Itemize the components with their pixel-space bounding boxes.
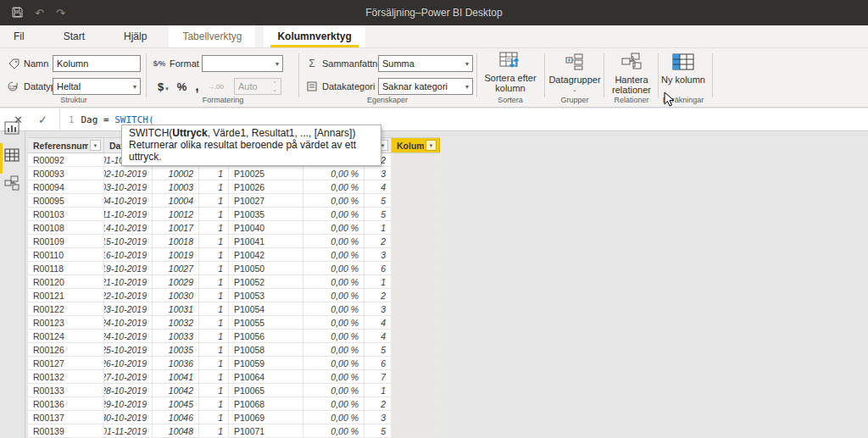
table-cell[interactable] xyxy=(392,302,440,315)
table-cell[interactable]: 19-10-2019 xyxy=(104,262,153,274)
table-cell[interactable]: 10017 xyxy=(153,221,199,234)
table-cell[interactable] xyxy=(392,194,440,207)
tab-start[interactable]: Start xyxy=(50,25,98,47)
table-cell[interactable]: 0,00 % xyxy=(303,370,364,383)
table-cell[interactable]: 10031 xyxy=(153,302,199,315)
tab-kolumnverktyg[interactable]: Kolumnverktyg xyxy=(264,25,364,47)
table-cell[interactable]: P10050 xyxy=(229,262,303,274)
table-cell[interactable]: 4 xyxy=(364,180,392,193)
table-cell[interactable]: 10042 xyxy=(153,384,199,396)
table-cell[interactable]: 0,00 % xyxy=(303,221,364,234)
table-cell[interactable]: 0,00 % xyxy=(303,289,364,302)
data-view-icon[interactable] xyxy=(4,148,21,165)
table-cell[interactable]: P10064 xyxy=(229,370,303,383)
table-cell[interactable]: 24-10-2019 xyxy=(104,316,153,329)
datacategory-select[interactable]: Saknar kategori▾ xyxy=(378,78,473,95)
table-cell[interactable]: 1 xyxy=(199,194,229,207)
table-cell[interactable] xyxy=(392,248,440,261)
table-cell[interactable]: 0,00 % xyxy=(303,194,364,207)
table-cell[interactable]: R00122 xyxy=(28,302,104,315)
tab-hjalp[interactable]: Hjälp xyxy=(110,25,160,47)
table-cell[interactable]: 1 xyxy=(199,180,229,193)
table-cell[interactable]: 10045 xyxy=(153,397,199,410)
table-cell[interactable]: P10071 xyxy=(229,424,303,437)
table-cell[interactable]: P10040 xyxy=(229,221,303,234)
table-cell[interactable]: 1 xyxy=(199,262,229,274)
table-cell[interactable]: P10026 xyxy=(229,180,303,193)
table-cell[interactable]: R00124 xyxy=(28,330,104,342)
table-cell[interactable]: P10041 xyxy=(229,235,303,247)
table-cell[interactable]: 1 xyxy=(199,275,229,288)
table-cell[interactable] xyxy=(392,357,440,369)
table-cell[interactable]: 1 xyxy=(199,289,229,302)
table-cell[interactable] xyxy=(392,208,440,220)
table-cell[interactable]: 0,00 % xyxy=(303,384,364,396)
table-cell[interactable]: 7 xyxy=(364,370,392,383)
table-cell[interactable]: P10059 xyxy=(229,357,303,369)
table-cell[interactable]: R00092 xyxy=(28,153,104,166)
table-cell[interactable]: 26-10-2019 xyxy=(104,357,153,369)
new-column-button[interactable]: Ny kolumn xyxy=(661,52,705,101)
model-view-icon[interactable] xyxy=(4,175,21,192)
table-cell[interactable]: 10027 xyxy=(153,262,199,274)
table-cell[interactable]: 04-10-2019 xyxy=(104,194,153,207)
table-cell[interactable]: P10053 xyxy=(229,289,303,302)
table-cell[interactable]: P10052 xyxy=(229,275,303,288)
table-cell[interactable]: 29-10-2019 xyxy=(104,397,153,410)
table-cell[interactable]: 0,00 % xyxy=(303,424,364,437)
table-cell[interactable]: 4 xyxy=(364,330,392,342)
table-cell[interactable]: 1 xyxy=(199,302,229,315)
table-cell[interactable]: P10058 xyxy=(229,343,303,356)
table-cell[interactable] xyxy=(392,343,440,356)
table-cell[interactable]: R00127 xyxy=(28,357,104,369)
percent-format-button[interactable]: % xyxy=(177,80,187,93)
table-cell[interactable]: 1 xyxy=(199,235,229,247)
table-cell[interactable] xyxy=(392,180,440,193)
table-cell[interactable]: 1 xyxy=(199,384,229,396)
table-cell[interactable] xyxy=(392,370,440,383)
table-cell[interactable]: 6 xyxy=(364,357,392,369)
column-header[interactable]: Kolumn▼ xyxy=(392,138,440,152)
datatype-select[interactable]: Heltal▾ xyxy=(53,78,141,95)
table-cell[interactable]: 10036 xyxy=(153,357,199,369)
table-cell[interactable]: 10041 xyxy=(153,370,199,383)
table-cell[interactable]: P10069 xyxy=(229,411,303,424)
table-cell[interactable]: R00121 xyxy=(28,289,104,302)
save-icon[interactable] xyxy=(12,7,23,19)
table-cell[interactable]: 1 xyxy=(199,370,229,383)
table-cell[interactable]: 27-10-2019 xyxy=(104,370,153,383)
table-cell[interactable]: 22-10-2019 xyxy=(104,289,153,302)
table-cell[interactable]: 10046 xyxy=(153,411,199,424)
table-cell[interactable] xyxy=(392,289,440,302)
table-cell[interactable]: 0,00 % xyxy=(303,235,364,247)
table-cell[interactable]: 5 xyxy=(364,208,392,220)
table-cell[interactable]: 02-10-2019 xyxy=(104,167,153,180)
table-cell[interactable]: 2 xyxy=(364,397,392,410)
table-cell[interactable]: 10019 xyxy=(153,248,199,261)
table-cell[interactable]: R00095 xyxy=(28,194,104,207)
filter-dropdown-icon[interactable]: ▼ xyxy=(426,140,437,151)
table-cell[interactable]: 0,00 % xyxy=(303,343,364,356)
table-cell[interactable]: 3 xyxy=(364,248,392,261)
table-cell[interactable]: 0,00 % xyxy=(303,208,364,220)
table-cell[interactable]: 0,00 % xyxy=(303,180,364,193)
table-cell[interactable]: 1 xyxy=(199,411,229,424)
filter-dropdown-icon[interactable]: ▼ xyxy=(90,140,101,151)
table-cell[interactable]: 3 xyxy=(364,302,392,315)
table-cell[interactable] xyxy=(392,384,440,396)
table-cell[interactable]: 1 xyxy=(364,384,392,396)
sort-by-column-button[interactable]: Sortera efter kolumn ⌄ xyxy=(480,52,541,101)
table-cell[interactable]: R00139 xyxy=(28,424,104,437)
table-cell[interactable]: R00137 xyxy=(28,411,104,424)
table-cell[interactable]: P10027 xyxy=(229,194,303,207)
table-cell[interactable]: 5 xyxy=(364,424,392,437)
table-cell[interactable] xyxy=(392,424,440,437)
table-cell[interactable]: R00103 xyxy=(28,208,104,220)
table-cell[interactable]: P10035 xyxy=(229,208,303,220)
table-cell[interactable]: P10065 xyxy=(229,384,303,396)
table-cell[interactable]: 10035 xyxy=(153,343,199,356)
spinner-arrows-icon[interactable]: ⌃⌄ xyxy=(272,80,277,92)
table-cell[interactable]: R00120 xyxy=(28,275,104,288)
table-cell[interactable] xyxy=(392,167,440,180)
table-cell[interactable]: 0,00 % xyxy=(303,167,364,180)
